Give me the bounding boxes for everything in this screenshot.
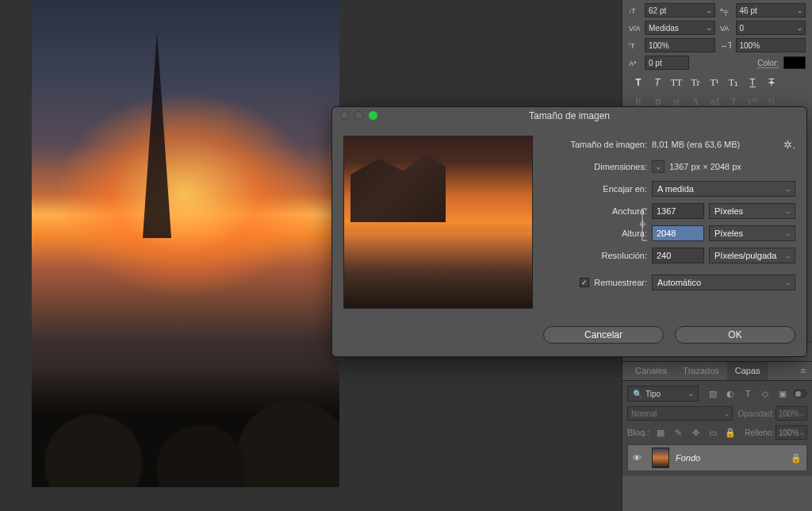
layers-panel: 🔍 Tipo ⌵ ▧ ◐ T ◇ ▣ Normal⌵ Opacidad: 100… (622, 381, 812, 476)
tracking-icon: VA (720, 23, 731, 33)
resample-checkbox[interactable]: ✓ (580, 278, 589, 287)
height-field[interactable]: 2048 (652, 225, 704, 241)
baseline-icon: Aᵃ (629, 57, 640, 68)
resolution-label: Resolución: (544, 251, 647, 260)
layer-row-background[interactable]: 👁 Fondo 🔒 (627, 444, 807, 471)
lock-all-icon[interactable]: 🔒 (724, 426, 737, 439)
lock-artboard-icon[interactable]: ▭ (707, 426, 719, 439)
svg-text:ᵢT: ᵢT (630, 7, 636, 15)
filter-adjust-icon[interactable]: ◐ (724, 387, 737, 400)
dialog-title: Tamaño de imagen (529, 110, 610, 121)
minimize-button[interactable] (354, 111, 363, 120)
vscale-icon: ⁱT (629, 40, 640, 51)
lock-transparent-icon[interactable]: ▦ (654, 426, 667, 439)
tab-paths[interactable]: Trazados (675, 362, 726, 380)
layer-filter-type[interactable]: 🔍 Tipo ⌵ (627, 386, 699, 402)
leading-field[interactable]: 46 pt⌵ (736, 3, 806, 17)
fit-to-label: Encajar en: (544, 184, 647, 194)
hscale-field[interactable]: 100% (736, 38, 806, 52)
lock-position-icon[interactable]: ✥ (689, 426, 702, 439)
resolution-unit-dropdown[interactable]: Píxeles/pulgada⌵ (709, 248, 795, 263)
fill-label: Relleno: (745, 428, 774, 437)
dimensions-unit-dropdown[interactable]: ⌵ (652, 160, 665, 173)
tracking-field[interactable]: 0⌵ (736, 21, 806, 35)
kerning-icon: V/A (629, 23, 640, 33)
svg-text:ᴬ╤: ᴬ╤ (720, 7, 729, 16)
smallcaps-btn[interactable]: Tr (686, 75, 705, 90)
close-button[interactable] (340, 111, 349, 120)
dimensions-value: 1367 px × 2048 px (669, 162, 741, 171)
bold-btn[interactable]: T (629, 75, 648, 90)
svg-text:Aᵃ: Aᵃ (629, 60, 637, 67)
hscale-icon: ↔T (720, 40, 731, 51)
fill-field[interactable]: 100%⌵ (776, 425, 807, 440)
fit-to-dropdown[interactable]: A medida⌵ (652, 181, 795, 197)
svg-text:↔T: ↔T (720, 41, 731, 50)
gear-icon[interactable]: ✲. (783, 139, 795, 151)
width-unit-dropdown[interactable]: Píxeles⌵ (709, 203, 795, 219)
font-size-field[interactable]: 62 pt⌵ (645, 3, 715, 17)
image-size-dialog: Tamaño de imagen Tamaño de imagen: 8,01 … (331, 106, 807, 357)
opacity-field[interactable]: 100%⌵ (776, 406, 807, 421)
image-size-value: 8,01 MB (era 63,6 MB) (652, 140, 740, 149)
dimensions-label: Dimensiones: (544, 162, 647, 171)
search-icon: 🔍 (633, 390, 642, 398)
constrain-link-icon[interactable]: 𐀏 (639, 204, 650, 245)
svg-text:𐀏: 𐀏 (639, 221, 646, 229)
svg-text:V/A: V/A (629, 25, 640, 33)
visibility-icon[interactable]: 👁 (633, 453, 645, 463)
zoom-button[interactable] (369, 111, 377, 120)
lock-pixels-icon[interactable]: ✎ (672, 426, 684, 439)
tab-layers[interactable]: Capas (727, 362, 768, 380)
tab-channels[interactable]: Canales (627, 362, 675, 380)
allcaps-btn[interactable]: TT (667, 75, 686, 90)
layer-thumbnail[interactable] (652, 448, 669, 468)
font-size-icon: ᵢT (629, 5, 640, 16)
height-unit-dropdown[interactable]: Píxeles⌵ (709, 225, 795, 241)
leading-icon: ᴬ╤ (720, 5, 731, 16)
height-label: Altura: (544, 229, 647, 238)
text-style-buttons: T T TT Tr T¹ T₁ T Ŧ (629, 73, 806, 92)
blend-mode-dropdown[interactable]: Normal⌵ (627, 406, 733, 421)
subscript-btn[interactable]: T₁ (724, 75, 743, 90)
layers-tab-row: Canales Trazados Capas ≡ (622, 362, 812, 381)
layers-menu-icon[interactable]: ≡ (795, 362, 812, 380)
resolution-field[interactable]: 240 (652, 248, 704, 263)
filter-smart-icon[interactable]: ▣ (776, 387, 789, 400)
ok-button[interactable]: OK (675, 326, 795, 344)
kerning-field[interactable]: Medidas⌵ (645, 21, 715, 35)
lock-label: Bloq.: (627, 428, 649, 437)
color-label: Color: (757, 59, 779, 67)
strike-btn[interactable]: Ŧ (762, 75, 781, 90)
document-canvas[interactable] (32, 0, 339, 487)
baseline-field[interactable]: 0 pt (645, 56, 689, 70)
filter-shape-icon[interactable]: ◇ (759, 387, 772, 400)
width-label: Anchura: (544, 206, 647, 216)
svg-text:VA: VA (720, 25, 729, 33)
resample-dropdown[interactable]: Automático⌵ (652, 275, 795, 290)
underline-btn[interactable]: T (743, 75, 762, 90)
dialog-titlebar[interactable]: Tamaño de imagen (332, 107, 806, 125)
filter-type-icon[interactable]: T (741, 387, 754, 400)
opacity-label: Opacidad: (737, 409, 774, 418)
resample-label: Remuestrear: (594, 278, 647, 287)
color-swatch[interactable] (783, 56, 806, 69)
width-field[interactable]: 1367 (652, 203, 704, 219)
filter-toggle[interactable] (794, 390, 807, 398)
superscript-btn[interactable]: T¹ (705, 75, 724, 90)
image-size-label: Tamaño de imagen: (544, 140, 647, 149)
svg-text:ⁱT: ⁱT (629, 42, 635, 50)
dialog-preview[interactable] (343, 136, 533, 309)
cancel-button[interactable]: Cancelar (543, 326, 664, 344)
layer-name[interactable]: Fondo (676, 453, 700, 463)
vscale-field[interactable]: 100% (645, 38, 715, 52)
filter-pixel-icon[interactable]: ▧ (707, 387, 719, 400)
italic-btn[interactable]: T (648, 75, 667, 90)
layer-lock-icon[interactable]: 🔒 (791, 453, 802, 463)
